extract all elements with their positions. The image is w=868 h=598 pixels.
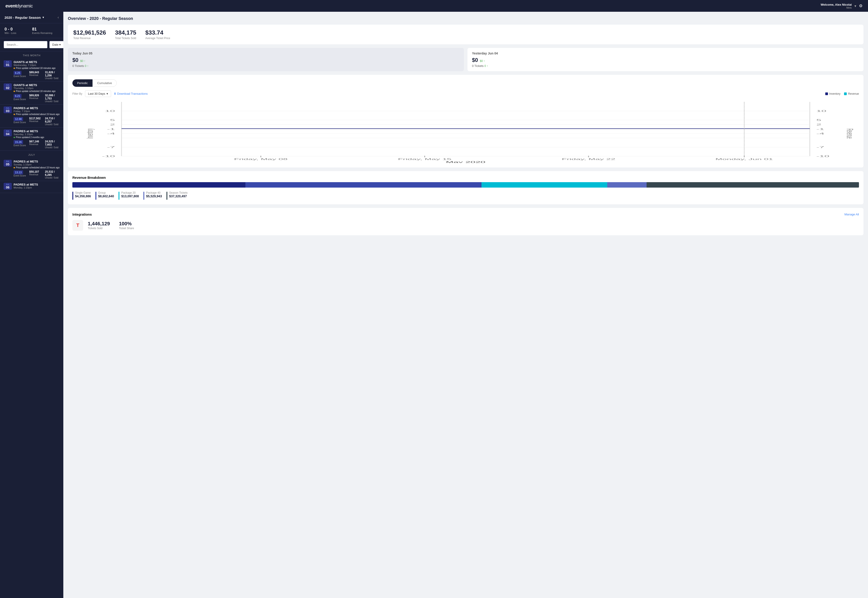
legend-entry-text: Season Tickets $37,320,497 [169, 191, 187, 198]
entry-label: Group [98, 191, 114, 194]
chevron-down-icon: ▾ [106, 92, 108, 96]
legend-color-bar [143, 191, 144, 200]
top-nav: eventdynamic Welcome, Alex Nicolai Mets … [0, 0, 868, 12]
svg-text:Friday, May 15: Friday, May 15 [398, 158, 451, 160]
search-input[interactable] [4, 41, 48, 48]
today-tickets-change: 0 ↑ [85, 64, 88, 67]
inventory-legend-label: Inventory [829, 92, 840, 96]
revenue-cell: $69,826 Revenue [29, 94, 44, 103]
date-filter-button[interactable]: Date ▾ [49, 41, 63, 48]
bar-segment [72, 182, 245, 188]
integration-row: T 1,446,129 Tickets Sold 100% Ticket Sha… [72, 220, 859, 231]
breakdown-legend: Single Game $4,358,886 Group $8,602,640 … [72, 191, 859, 200]
svg-text:2: 2 [816, 123, 822, 126]
sidebar-stats: 0 - 0 Win - Loss 81 Events Remaining [0, 23, 63, 38]
game-title: PADRES at METS [13, 160, 60, 163]
total-revenue-value: $12,961,526 [73, 29, 106, 36]
sidebar-search: Date ▾ [0, 38, 63, 51]
entry-value: $8,602,640 [98, 194, 114, 198]
game-title: PADRES at METS [13, 183, 60, 186]
game-item[interactable]: Jul 03 PADRES at METS Friday, 7:10pm Pri… [0, 105, 63, 128]
ticket-share-label: Ticket Share [119, 227, 134, 230]
game-title: GIANTS at METS [13, 84, 60, 87]
daily-cards: Today Jun 05 $0 $0 ↑ 0 Tickets 0 ↑ Yeste… [68, 48, 864, 71]
svg-text:10: 10 [816, 110, 826, 112]
event-score-badge: 12.98 [13, 117, 23, 121]
chart-container: 10 5 2 -1 -4 -7 -10 10 5 2 -1 -4 -7 -10 [72, 100, 859, 163]
entry-label: Package 20 [121, 191, 139, 194]
legend-color-bar [72, 191, 73, 200]
event-score-cell: 15.26 Event Score [13, 140, 28, 149]
entry-label: Package 40 [146, 191, 162, 194]
price-update-text: Price update scheduled about 15 hours ag… [16, 113, 60, 115]
legend-entry: Package 40 $5,529,943 [143, 191, 162, 200]
unsold-sold-cell: 25,532 / 6,285 Unsold / Sold [45, 170, 60, 179]
game-title: GIANTS at METS [13, 60, 60, 64]
revenue-cell: $67,146 Revenue [29, 140, 44, 149]
price-update-text: Price updated 2 months ago [16, 136, 44, 139]
yesterday-card: Yesterday Jun 04 $0 $0 ↑ 0 Tickets 0 ↑ [468, 48, 864, 71]
revenue-legend-dot [844, 93, 847, 95]
game-item[interactable]: Jul 04 PADRES at METS Saturday, 1:10pm P… [0, 128, 63, 151]
integrations-card: Integrations Manage All T 1,446,129 Tick… [68, 208, 864, 235]
nav-right: Welcome, Alex Nicolai Mets ▾ ⚙ [821, 3, 863, 9]
yesterday-revenue: $0 [472, 57, 478, 63]
game-day: 02 [5, 86, 10, 90]
season-selector[interactable]: 2020 - Regular Season ▾ [4, 16, 44, 19]
avg-ticket-price-value: $33.74 [145, 29, 170, 36]
unsold-sold-cell: 24,710 / 8,257 Unsold / Sold [45, 117, 60, 126]
entry-label: Single Game [75, 191, 91, 194]
sidebar: 2020 - Regular Season ▾ ‹ 0 - 0 Win - Lo… [0, 12, 63, 598]
game-item[interactable]: Jul 05 PADRES at METS Sunday, 1:10pm Pri… [0, 158, 63, 181]
game-day: 05 [5, 163, 10, 166]
event-score-badge: 13.13 [13, 170, 23, 175]
today-tickets: 0 Tickets 0 ↑ [72, 64, 459, 67]
game-day: 06 [5, 185, 10, 189]
game-revenue: $67,146 [29, 140, 44, 143]
logo-prefix: event [5, 3, 17, 8]
yesterday-revenue-change: $0 ↑ [480, 60, 485, 63]
chevron-down-icon[interactable]: ▾ [855, 4, 856, 8]
tab-periodic[interactable]: Periodic [72, 79, 93, 87]
chart-svg: 10 5 2 -1 -4 -7 -10 10 5 2 -1 -4 -7 -10 [72, 100, 859, 163]
filter-label: Filter By [72, 92, 82, 96]
tickets-sold-value: 1,446,129 [88, 221, 110, 227]
revenue-breakdown-card: Revenue Breakdown Single Game $4,358,886… [68, 171, 864, 204]
avg-ticket-price-stat: $33.74 Average Ticket Price [145, 29, 170, 40]
manage-all-button[interactable]: Manage All [844, 213, 859, 216]
integration-logo: T [72, 220, 83, 231]
chart-controls: Filter By Last 30 Days ▾ ⬇ Download Tran… [72, 90, 859, 97]
unsold-sold-cell: 32,086 / 1,753 Unsold / Sold [45, 94, 60, 103]
collapse-sidebar-button[interactable]: ‹ [58, 15, 59, 19]
today-date: Today Jun 05 [72, 52, 459, 55]
game-item[interactable]: Jul 02 GIANTS at METS Thursday, 1:10pm P… [0, 82, 63, 105]
last-30-days-select[interactable]: Last 30 Days ▾ [85, 90, 111, 97]
chart-card: Periodic Cumulative Filter By Last 30 Da… [68, 75, 864, 167]
main-content: Overview - 2020 - Regular Season $12,961… [63, 12, 868, 598]
total-revenue-label: Total Revenue [73, 37, 106, 40]
svg-text:Monday, Jun 01: Monday, Jun 01 [715, 158, 773, 160]
svg-text:-4: -4 [816, 132, 825, 135]
game-subtitle: Sunday, 1:10pm [13, 163, 60, 166]
tab-cumulative[interactable]: Cumulative [93, 79, 117, 87]
date-badge: Jul 02 [4, 84, 12, 90]
event-score-cell: 6.21 Event Score [13, 94, 28, 103]
game-item[interactable]: Jul 01 GIANTS at METS Wednesday, 7:10pm … [0, 58, 63, 82]
gear-icon[interactable]: ⚙ [859, 3, 863, 8]
date-label: Date [52, 43, 58, 46]
game-item[interactable]: Jul 06 PADRES at METS Monday, 1:10pm [0, 181, 63, 193]
app-logo: eventdynamic [5, 3, 33, 9]
revenue-legend-label: Revenue [848, 92, 859, 96]
win-loss-label: Win - Loss [4, 31, 31, 34]
entry-value: $13,097,808 [121, 194, 139, 198]
price-update: Price update scheduled about 15 hours ag… [13, 113, 60, 115]
today-revenue-row: $0 $0 ↑ [72, 57, 459, 63]
avg-ticket-price-label: Average Ticket Price [145, 37, 170, 40]
svg-text:-7: -7 [107, 146, 115, 148]
revenue-cell: $50,107 Revenue [29, 170, 44, 179]
svg-text:2: 2 [110, 123, 115, 126]
game-day: 04 [5, 132, 10, 136]
entry-value: $37,320,497 [169, 194, 187, 198]
download-transactions-button[interactable]: ⬇ Download Transactions [114, 92, 148, 96]
season-label: 2020 - Regular Season [4, 16, 41, 19]
